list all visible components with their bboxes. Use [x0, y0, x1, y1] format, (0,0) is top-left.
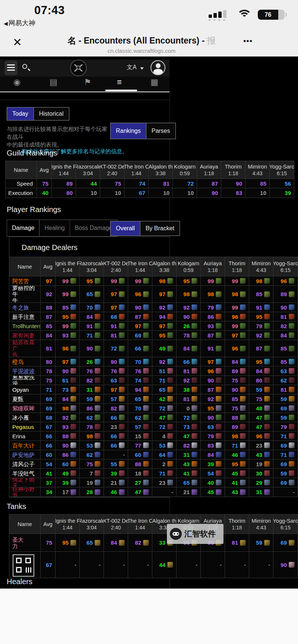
- avg-parse-value: 34: [41, 487, 56, 497]
- back-to-app-button[interactable]: ◀网易大神: [4, 19, 35, 28]
- player-name-link[interactable]: 萨安地萨: [9, 450, 41, 459]
- search-icon[interactable]: [22, 64, 31, 72]
- by-bracket-button[interactable]: By Bracket: [140, 221, 180, 236]
- page-url[interactable]: cn.classic.warcraftlogs.com: [37, 48, 246, 54]
- boss-column-header[interactable]: XT-002 De2:40: [100, 161, 124, 179]
- language-selector[interactable]: 文A: [127, 64, 137, 71]
- overall-button[interactable]: Overall: [111, 221, 140, 236]
- close-page-button[interactable]: ✕: [13, 36, 22, 49]
- parse-value-cell: 42: [152, 394, 177, 403]
- spec-icon: [95, 452, 101, 458]
- boss-column-header[interactable]: Auriaya1:18: [197, 161, 221, 179]
- tab-healing[interactable]: Healing: [39, 220, 70, 236]
- tab-damage[interactable]: Damage: [7, 220, 39, 236]
- spec-icon: [119, 424, 125, 430]
- parse-value-cell: 79: [201, 432, 225, 440]
- parse-value-cell: 69: [273, 441, 298, 450]
- name-column-header[interactable]: Name: [9, 515, 41, 534]
- parse-value-cell: -: [273, 487, 298, 497]
- player-name-link[interactable]: Pegasus: [9, 422, 41, 431]
- boss-column-header[interactable]: Razorscale3:04: [80, 257, 104, 276]
- boss-column-header[interactable]: Razorscale3:04: [76, 161, 100, 179]
- boss-column-header[interactable]: The Iron C1:44: [128, 257, 152, 276]
- player-name-link[interactable]: 狂神小野哥: [9, 487, 41, 497]
- boss-column-header[interactable]: Ignis the F1:44: [52, 161, 76, 179]
- player-name-link[interactable]: 羊没吐气: [9, 469, 41, 478]
- parse-value-cell: 91: [201, 340, 225, 357]
- replay-icon[interactable]: ▦: [150, 77, 158, 87]
- spec-icon: [240, 540, 246, 546]
- menu-button[interactable]: [4, 61, 18, 75]
- avg-column-header[interactable]: Avg: [37, 161, 52, 179]
- parse-value-cell: 88: [128, 459, 152, 468]
- spec-icon: [191, 405, 197, 411]
- player-name-link[interactable]: Opyan: [9, 385, 41, 394]
- avg-column-header[interactable]: Avg: [41, 257, 56, 276]
- parses-button[interactable]: Parses: [146, 123, 175, 139]
- player-name-link[interactable]: 芋泥波波: [9, 366, 41, 375]
- historical-button[interactable]: Historical: [34, 108, 69, 120]
- events-icon[interactable]: ⚑: [84, 77, 91, 87]
- boss-column-header[interactable]: Kologarn0:59: [177, 257, 201, 276]
- player-name-link[interactable]: 冬之旅: [9, 303, 41, 312]
- boss-column-header[interactable]: Thorim1:18: [221, 161, 245, 179]
- boss-column-header[interactable]: Algalon th3:38: [149, 161, 173, 179]
- boss-column-header[interactable]: Yogg-Saro6:15: [273, 515, 298, 534]
- parse-value-cell: 18: [128, 469, 152, 478]
- announcements-icon[interactable]: ▤: [50, 77, 57, 87]
- today-button[interactable]: Today: [7, 108, 34, 120]
- boss-column-header[interactable]: XT-002 De2:40: [104, 515, 128, 534]
- player-name-link[interactable]: 萝丽控的牛牛: [9, 286, 41, 302]
- player-name-link[interactable]: 阿苦苦: [9, 276, 41, 285]
- spec-icon: [70, 414, 76, 420]
- parse-value-cell: 82: [80, 376, 104, 385]
- rankings-button[interactable]: Rankings: [111, 123, 146, 139]
- boss-column-header[interactable]: Razorscale3:04: [80, 515, 104, 534]
- table-row: 萨安地萨608662-60643184464371: [9, 450, 298, 459]
- player-name-link[interactable]: 百年大计: [9, 441, 41, 450]
- parse-value-cell: 90: [273, 303, 298, 312]
- parse-value-cell: 87: [128, 312, 152, 321]
- boss-column-header[interactable]: The Iron C1:44: [124, 161, 149, 179]
- boss-column-header[interactable]: Kologarn0:59: [173, 161, 197, 179]
- player-name-link[interactable]: 情定下雨天: [9, 478, 41, 487]
- boss-column-header[interactable]: Mimiron4:43: [245, 161, 270, 179]
- boss-column-header[interactable]: Thorim1:18: [225, 257, 249, 276]
- boss-column-header[interactable]: The Iron C1:44: [128, 515, 152, 534]
- parse-value-cell: 85: [249, 286, 273, 302]
- boss-column-header[interactable]: Yogg-Saro6:15: [273, 257, 298, 276]
- boss-column-header[interactable]: Thorim1:18: [225, 515, 249, 534]
- player-name-link[interactable]: 葱葱爱洗澡: [9, 376, 41, 385]
- player-name-link[interactable]: 清风公子: [9, 459, 41, 468]
- player-name-link[interactable]: 紫瞳双眸: [9, 404, 41, 413]
- player-name-link[interactable]: 家有闲妻: [9, 331, 41, 340]
- boss-column-header[interactable]: Yogg-Saro6:15: [270, 161, 294, 179]
- more-menu-button[interactable]: •••: [243, 36, 253, 45]
- player-name-link[interactable]: 姑苏欢喜广告: [9, 340, 41, 357]
- boss-column-header[interactable]: Mimiron4:43: [249, 515, 273, 534]
- overview-icon[interactable]: ◉: [13, 77, 20, 87]
- boss-column-header[interactable]: Mimiron4:43: [249, 257, 273, 276]
- boss-column-header[interactable]: Ignis the F1:44: [56, 515, 80, 534]
- player-name-link[interactable]: 圣大力: [9, 534, 41, 551]
- spec-icon: [289, 452, 295, 458]
- player-name-link[interactable]: Erina: [9, 432, 41, 440]
- boss-column-header[interactable]: XT-002 De2:40: [104, 257, 128, 276]
- player-name-link[interactable]: Trollhunters: [9, 321, 41, 330]
- player-name-link[interactable]: 新手注意: [9, 312, 41, 321]
- parse-value-cell: 71: [152, 376, 177, 385]
- player-name-link[interactable]: 夏甄: [9, 394, 41, 403]
- boss-column-header[interactable]: Ignis the F1:44: [56, 257, 80, 276]
- rankings-icon[interactable]: ≡: [117, 77, 122, 87]
- user-avatar[interactable]: [150, 60, 165, 75]
- player-name-link[interactable]: 冰小雁: [9, 413, 41, 422]
- boss-column-header[interactable]: Algalon th3:38: [152, 257, 177, 276]
- name-column-header[interactable]: Name: [9, 257, 41, 276]
- parse-value-cell: 69: [273, 459, 298, 468]
- spec-icon: [264, 323, 270, 329]
- player-name-link[interactable]: 橙鸟: [9, 357, 41, 366]
- warcraftlogs-logo[interactable]: [70, 60, 87, 76]
- name-column-header[interactable]: Name: [6, 161, 37, 179]
- avg-column-header[interactable]: Avg: [41, 515, 56, 534]
- boss-column-header[interactable]: Auriaya1:18: [201, 257, 225, 276]
